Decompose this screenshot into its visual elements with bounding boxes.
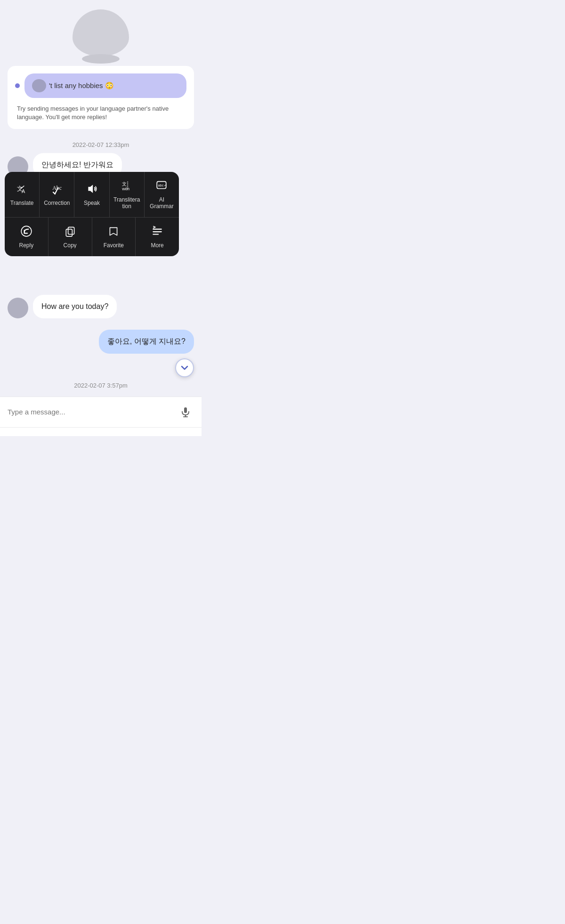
svg-text:wén: wén	[121, 186, 129, 191]
speak-icon	[86, 183, 98, 197]
menu-item-favorite[interactable]: Favorite	[92, 218, 136, 256]
ai-grammar-label: AI Grammar	[148, 196, 175, 210]
speak-label: Speak	[84, 200, 100, 206]
notification-message-row: 't list any hobbies 😳	[15, 73, 186, 98]
transliteration-icon: 文 wén	[121, 179, 133, 194]
svg-rect-12	[66, 229, 72, 236]
menu-item-correction[interactable]: Abc Correction	[40, 172, 74, 217]
correction-icon: Abc	[51, 183, 63, 197]
emoji-button[interactable]	[89, 433, 112, 436]
context-menu-arrow	[72, 248, 85, 256]
message-text-2: How are you today?	[41, 302, 108, 310]
translate-label: Translate	[10, 200, 34, 206]
timestamp-1: 2022-02-07 12:33pm	[0, 134, 202, 153]
menu-item-more[interactable]: More	[136, 218, 179, 256]
outgoing-text: 좋아요, 어떻게 지내요?	[107, 337, 186, 345]
translate-toolbar-button[interactable]: 文 A	[130, 433, 153, 436]
partner-avatar-large	[73, 9, 129, 57]
translate-icon: 文 A	[16, 183, 28, 197]
notification-avatar	[32, 79, 46, 92]
notification-dot	[15, 83, 20, 88]
message-bubble-2[interactable]: How are you today?	[33, 295, 117, 318]
message-row-incoming-2: How are you today?	[8, 295, 194, 318]
menu-item-translate[interactable]: 文 A Translate	[5, 172, 40, 217]
timestamp-2: 2022-02-07 3:57pm	[0, 354, 202, 397]
scroll-down-button[interactable]	[175, 358, 194, 377]
context-menu-row-1: 文 A Translate Abc Corre	[5, 172, 179, 218]
svg-text:文: 文	[122, 181, 127, 186]
favorite-label: Favorite	[104, 242, 124, 249]
correction-label: Correction	[44, 200, 70, 206]
svg-point-10	[21, 227, 32, 237]
menu-item-speak[interactable]: Speak	[74, 172, 109, 217]
outgoing-bubble[interactable]: 좋아요, 어떻게 지내요?	[99, 330, 194, 353]
menu-item-ai-grammar[interactable]: abc✓ AI Grammar	[145, 172, 179, 217]
ai-grammar-icon: abc✓	[155, 179, 168, 194]
svg-rect-16	[184, 407, 187, 413]
favorite-icon	[107, 225, 120, 239]
chat-container: 't list any hobbies 😳 Try sending messag…	[0, 0, 202, 436]
more-label: More	[151, 242, 163, 249]
svg-text:A: A	[22, 188, 25, 194]
sparkle-button[interactable]	[170, 433, 193, 436]
transliteration-label: Transliteration	[113, 196, 140, 210]
add-button[interactable]	[9, 433, 32, 436]
reply-icon	[20, 225, 32, 239]
messages-area: 안녕하세요! 반가워요 文 A Translate	[0, 153, 202, 324]
svg-text:abc✓: abc✓	[158, 184, 167, 188]
message-text-1: 안녕하세요! 반가워요	[41, 161, 113, 169]
copy-icon	[64, 225, 76, 239]
outgoing-message-row: 좋아요, 어떻게 지내요?	[0, 330, 202, 353]
notification-bubble: 't list any hobbies 😳	[24, 73, 186, 98]
notification-card: 't list any hobbies 😳 Try sending messag…	[8, 66, 194, 129]
menu-item-transliteration[interactable]: 文 wén Transliteration	[110, 172, 145, 217]
mic-button[interactable]	[177, 404, 194, 421]
message-input[interactable]	[8, 408, 171, 416]
more-icon	[151, 225, 163, 239]
menu-item-reply[interactable]: Reply	[5, 218, 48, 256]
help-button[interactable]: ?	[49, 433, 72, 436]
svg-marker-4	[88, 185, 93, 193]
reply-label: Reply	[19, 242, 34, 249]
notification-message-text: 't list any hobbies 😳	[49, 81, 114, 90]
partner-avatar-small-2	[8, 298, 28, 318]
notification-tip: Try sending messages in your language pa…	[15, 105, 186, 122]
copy-label: Copy	[64, 242, 77, 249]
input-bar	[0, 397, 202, 427]
context-menu-row-2: Reply Copy	[5, 218, 179, 256]
bottom-toolbar: ? 文 A	[0, 427, 202, 436]
svg-rect-11	[68, 227, 74, 235]
context-menu-popup: 文 A Translate Abc Corre	[5, 172, 179, 256]
menu-item-copy[interactable]: Copy	[48, 218, 92, 256]
top-avatar-area	[0, 0, 202, 61]
